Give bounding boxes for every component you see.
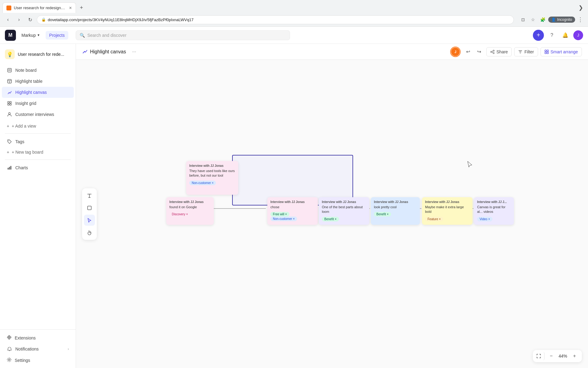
highlight-card-6[interactable]: Interview with JJ Jonas Maybe make it ex… (422, 197, 473, 225)
extensions-button[interactable]: Extensions (2, 332, 74, 343)
extension-icon[interactable]: 🧩 (538, 15, 547, 24)
sidebar-item-customer-interviews[interactable]: Customer interviews (2, 109, 74, 120)
card-6-tag[interactable]: Feature × (425, 217, 443, 221)
undo-button[interactable]: ↩ (463, 47, 473, 57)
zoom-in-button[interactable]: + (570, 352, 579, 360)
canvas-workspace[interactable]: Interview with JJ Jonas They have used t… (76, 60, 588, 368)
search-bar[interactable]: 🔍 Search and discover (76, 30, 290, 40)
highlight-canvas-label: Highlight canvas (15, 90, 47, 95)
sidebar-nav: Note board Highlight table Highlight can… (0, 63, 76, 121)
main-content: 💡 User research for rede... Note board H… (0, 44, 588, 368)
highlight-card-3[interactable]: Interview with JJ Jonas chose Free will … (267, 197, 318, 225)
app-logo: M (5, 30, 16, 41)
svg-rect-0 (8, 68, 11, 72)
sidebar-item-highlight-canvas[interactable]: Highlight canvas (2, 87, 74, 98)
svg-rect-26 (547, 50, 548, 52)
card-7-tag[interactable]: Video × (477, 217, 492, 221)
user-avatar[interactable]: J (573, 30, 583, 40)
forward-button[interactable]: › (15, 15, 23, 24)
tags-label: Tags (15, 139, 24, 144)
reload-button[interactable]: ↻ (26, 15, 34, 24)
share-button[interactable]: Share (486, 47, 512, 56)
card-3-tag2[interactable]: Non-customer × (270, 217, 297, 221)
cast-icon[interactable]: ⊡ (519, 15, 527, 24)
settings-icon (7, 357, 12, 363)
highlight-card-7[interactable]: Interview with JJ J... Canvas is great f… (474, 197, 514, 225)
svg-point-6 (9, 92, 10, 93)
add-view-label: + Add a view (12, 124, 36, 128)
svg-rect-28 (547, 52, 548, 54)
highlight-card-5[interactable]: Interview with JJ Jonas look pretty cool… (371, 197, 420, 225)
svg-rect-27 (545, 52, 546, 54)
sidebar-item-insight-grid[interactable]: Insight grid (2, 98, 74, 109)
hand-tool-button[interactable] (84, 227, 95, 238)
card-3-tag1[interactable]: Free will × (270, 212, 289, 217)
app-topbar: M Markup ▼ Projects 🔍 Search and discove… (0, 27, 588, 44)
card-4-tag[interactable]: Benefit × (322, 217, 339, 221)
url-bar[interactable]: 🔒 dovetailapp.com/projects/3KV4yNUq11E8l… (37, 15, 514, 24)
tab-title: User research for redesigned (14, 6, 65, 10)
card-5-text: look pretty cool (374, 205, 417, 209)
browser-menu-button[interactable]: ⋮ (576, 15, 584, 24)
browser-tab[interactable]: User research for redesigned ✕ (2, 2, 76, 13)
new-tag-label: + New tag board (12, 150, 43, 155)
redo-button[interactable]: ↪ (474, 47, 484, 57)
sidebar-item-tags[interactable]: Tags (2, 136, 74, 147)
text-tool-button[interactable] (84, 190, 95, 201)
card-5-tag[interactable]: Benefit × (374, 212, 391, 217)
zoom-out-button[interactable]: − (547, 352, 556, 360)
sidebar-item-note-board[interactable]: Note board (2, 65, 74, 76)
note-board-label: Note board (15, 68, 36, 73)
highlight-card-2[interactable]: Interview with JJ Jonas found it on Goog… (166, 197, 214, 225)
extensions-label: Extensions (15, 335, 36, 340)
zoom-fit-button[interactable] (536, 352, 545, 360)
select-tool-button[interactable] (84, 215, 95, 226)
notifications-button[interactable]: 🔔 (560, 30, 571, 41)
svg-rect-18 (9, 335, 10, 337)
notifications-sidebar-button[interactable]: Notifications › (2, 343, 74, 355)
new-tab-button[interactable]: + (77, 3, 86, 12)
help-button[interactable]: ? (546, 30, 557, 41)
project-header: 💡 User research for rede... (0, 46, 76, 62)
svg-point-20 (9, 359, 10, 361)
svg-rect-32 (88, 206, 91, 210)
card-2-tag[interactable]: Discovery × (169, 212, 190, 217)
sidebar-item-highlight-table[interactable]: Highlight table (2, 76, 74, 87)
settings-label: Settings (15, 358, 30, 363)
new-tag-board-button[interactable]: + + New tag board (2, 147, 74, 157)
highlight-card-1[interactable]: Interview with JJ Jonas They have used t… (186, 161, 238, 195)
filter-button[interactable]: Filter (514, 47, 538, 56)
back-button[interactable]: ‹ (4, 15, 12, 24)
add-view-button[interactable]: + + Add a view (2, 121, 74, 131)
canvas-area: Highlight canvas ··· J ↩ ↪ Share (76, 44, 588, 368)
svg-rect-10 (10, 104, 11, 105)
rect-tool-button[interactable] (84, 202, 95, 213)
share-label: Share (496, 49, 508, 54)
create-button[interactable]: + (533, 30, 544, 41)
tab-close-btn[interactable]: ✕ (69, 6, 72, 10)
canvas-more-button[interactable]: ··· (130, 48, 138, 56)
undo-redo-group: ↩ ↪ (463, 47, 484, 57)
project-name: User research for rede... (18, 52, 64, 57)
star-icon[interactable]: ☆ (529, 15, 537, 24)
projects-button[interactable]: Projects (46, 31, 69, 40)
card-1-header: Interview with JJ Jonas (189, 164, 235, 167)
card-1-text: They have used tools like ours before, b… (189, 169, 235, 178)
card-4-header: Interview with JJ Jonas (322, 200, 366, 204)
markup-button[interactable]: Markup ▼ (18, 31, 43, 40)
new-tag-icon: + (7, 150, 9, 155)
smart-arrange-button[interactable]: Smart arrange (541, 47, 582, 56)
sidebar-item-charts[interactable]: Charts (2, 162, 74, 173)
settings-button[interactable]: Settings (2, 355, 74, 366)
card-1-tag[interactable]: Non-customer × (189, 181, 216, 185)
svg-rect-14 (9, 167, 10, 170)
card-2-text: found it on Google (169, 205, 211, 209)
svg-rect-8 (10, 102, 11, 103)
highlight-card-4[interactable]: Interview with JJ Jonas One of the best … (319, 197, 369, 225)
svg-point-24 (493, 52, 494, 54)
svg-point-21 (84, 51, 85, 52)
note-board-icon (7, 67, 12, 73)
zoom-level: 44% (557, 354, 569, 358)
tab-bar: User research for redesigned ✕ + ❯ (0, 0, 588, 13)
canvas-topbar: Highlight canvas ··· J ↩ ↪ Share (76, 44, 588, 60)
